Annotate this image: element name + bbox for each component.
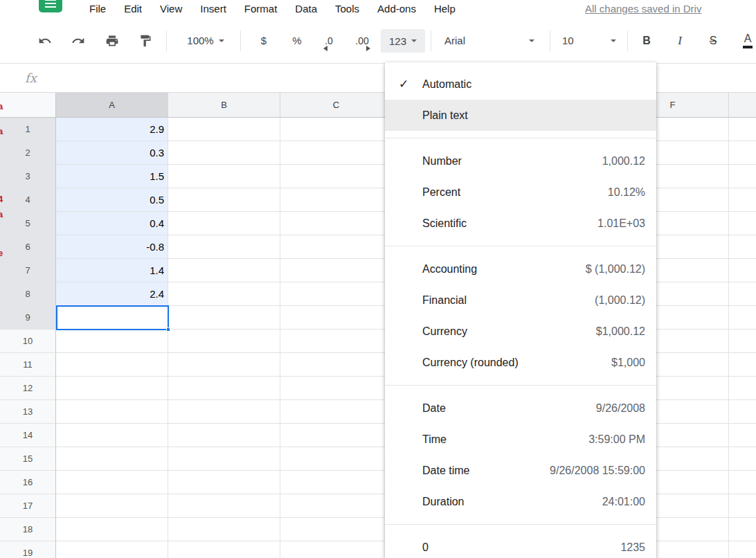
cell-B6[interactable]	[168, 235, 280, 259]
cell-A3[interactable]: 1.5	[56, 165, 168, 188]
row-header-19[interactable]: 19	[0, 541, 56, 558]
cell-G8[interactable]	[729, 282, 756, 306]
cell-B16[interactable]	[168, 471, 280, 494]
cell-A4[interactable]: 0.5	[56, 188, 168, 212]
cell-A17[interactable]	[56, 494, 168, 518]
row-header-15[interactable]: 15	[0, 447, 56, 471]
cell-A13[interactable]	[56, 400, 168, 424]
cell-A6[interactable]: -0.8	[56, 235, 168, 259]
cell-A8[interactable]: 2.4	[56, 282, 168, 306]
cell-G15[interactable]	[729, 447, 756, 471]
format-option-percent[interactable]: Percent10.12%	[385, 177, 656, 208]
cell-G19[interactable]	[729, 541, 756, 558]
cell-C9[interactable]	[280, 306, 393, 330]
menu-add-ons[interactable]: Add-ons	[368, 0, 425, 17]
format-percent-button[interactable]: %	[282, 18, 312, 63]
row-header-3[interactable]: 3	[0, 165, 56, 188]
cell-G4[interactable]	[729, 188, 756, 212]
cell-C7[interactable]	[280, 259, 393, 282]
cell-G5[interactable]	[729, 212, 756, 235]
font-family-select[interactable]: Arial	[438, 18, 541, 63]
cell-G2[interactable]	[729, 141, 756, 165]
strikethrough-button[interactable]: S	[699, 18, 727, 63]
menu-tools[interactable]: Tools	[326, 0, 368, 17]
cell-C8[interactable]	[280, 282, 393, 306]
font-size-select[interactable]: 10	[555, 18, 623, 63]
cell-B7[interactable]	[168, 259, 280, 282]
row-header-5[interactable]: 5	[0, 212, 56, 235]
cell-A19[interactable]	[56, 541, 168, 558]
sheets-logo-icon[interactable]	[39, 0, 62, 12]
cell-B3[interactable]	[168, 165, 280, 188]
format-option-scientific[interactable]: Scientific1.01E+03	[385, 208, 656, 239]
cell-C1[interactable]	[280, 118, 393, 141]
more-formats-button[interactable]: 123	[381, 29, 425, 53]
cell-B18[interactable]	[168, 518, 280, 541]
cell-B11[interactable]	[168, 353, 280, 377]
cell-A2[interactable]: 0.3	[56, 141, 168, 165]
cell-C5[interactable]	[280, 212, 393, 235]
cell-G7[interactable]	[729, 259, 756, 282]
cell-B13[interactable]	[168, 400, 280, 424]
cell-A14[interactable]	[56, 424, 168, 447]
bold-button[interactable]: B	[633, 18, 660, 63]
cell-B2[interactable]	[168, 141, 280, 165]
cell-G11[interactable]	[729, 353, 756, 377]
cell-C4[interactable]	[280, 188, 393, 212]
cell-C19[interactable]	[280, 541, 393, 558]
cell-C3[interactable]	[280, 165, 393, 188]
cell-B8[interactable]	[168, 282, 280, 306]
format-currency-button[interactable]: $	[249, 18, 278, 63]
row-header-11[interactable]: 11	[0, 353, 56, 377]
row-header-1[interactable]: 1	[0, 118, 56, 141]
select-all-corner[interactable]	[0, 93, 56, 118]
cell-G16[interactable]	[729, 471, 756, 494]
row-header-6[interactable]: 6	[0, 235, 56, 259]
cell-B19[interactable]	[168, 541, 280, 558]
cell-B9[interactable]	[168, 306, 280, 330]
cell-B14[interactable]	[168, 424, 280, 447]
format-option-financial[interactable]: Financial(1,000.12)	[385, 285, 656, 316]
row-header-13[interactable]: 13	[0, 400, 56, 424]
cell-G14[interactable]	[729, 424, 756, 447]
cell-B1[interactable]	[168, 118, 280, 141]
cell-A15[interactable]	[56, 447, 168, 471]
italic-button[interactable]: I	[666, 18, 694, 63]
menu-insert[interactable]: Insert	[191, 0, 235, 17]
row-header-8[interactable]: 8	[0, 282, 56, 306]
cell-G17[interactable]	[729, 494, 756, 518]
column-header-g[interactable]	[729, 93, 756, 118]
cell-A11[interactable]	[56, 353, 168, 377]
format-option-currency-rounded[interactable]: Currency (rounded)$1,000	[385, 347, 656, 378]
row-header-4[interactable]: 4	[0, 188, 56, 212]
print-button[interactable]	[97, 18, 127, 63]
cell-G13[interactable]	[729, 400, 756, 424]
format-option-0[interactable]: 01235	[385, 532, 656, 558]
cell-A7[interactable]: 1.4	[56, 259, 168, 282]
undo-button[interactable]	[30, 18, 60, 63]
format-option-time[interactable]: Time3:59:00 PM	[385, 424, 656, 455]
row-header-16[interactable]: 16	[0, 471, 56, 494]
cell-G3[interactable]	[729, 165, 756, 188]
menu-view[interactable]: View	[151, 0, 191, 17]
cell-C14[interactable]	[280, 424, 393, 447]
cell-G12[interactable]	[729, 377, 756, 400]
cell-C16[interactable]	[280, 471, 393, 494]
decrease-decimal-button[interactable]: .0	[313, 18, 345, 63]
cell-C11[interactable]	[280, 353, 393, 377]
menu-file[interactable]: File	[80, 0, 115, 17]
cell-C18[interactable]	[280, 518, 393, 541]
cell-B12[interactable]	[168, 377, 280, 400]
format-option-plain-text[interactable]: Plain text	[385, 100, 656, 131]
save-status[interactable]: All changes saved in Driv	[585, 0, 701, 17]
cell-B10[interactable]	[168, 330, 280, 353]
format-option-number[interactable]: Number1,000.12	[385, 145, 656, 177]
format-option-date-time[interactable]: Date time9/26/2008 15:59:00	[385, 455, 656, 486]
format-option-date[interactable]: Date9/26/2008	[385, 393, 656, 424]
cell-A16[interactable]	[56, 471, 168, 494]
row-header-7[interactable]: 7	[0, 259, 56, 282]
increase-decimal-button[interactable]: .00	[345, 18, 379, 63]
format-option-accounting[interactable]: Accounting$ (1,000.12)	[385, 253, 656, 285]
menu-help[interactable]: Help	[425, 0, 465, 17]
cell-A5[interactable]: 0.4	[56, 212, 168, 235]
